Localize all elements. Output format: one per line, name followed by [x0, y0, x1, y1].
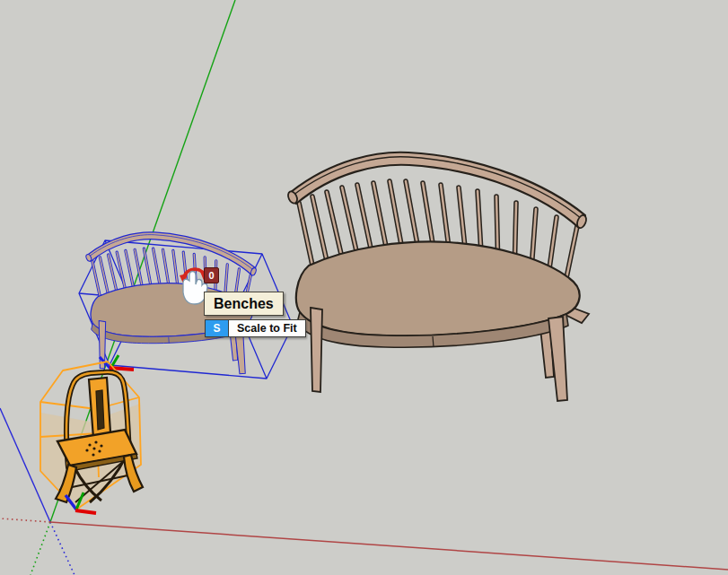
shortcut-key-badge: S	[206, 320, 229, 336]
large-bench[interactable]	[286, 152, 589, 401]
axis-red-dotted	[0, 518, 50, 522]
viewport-3d-canvas[interactable]	[0, 0, 728, 575]
shortcut-action-label: Scale to Fit	[229, 320, 305, 336]
chair[interactable]	[56, 372, 143, 502]
component-name-tooltip: Benches	[204, 292, 284, 316]
rotation-count-badge: 0	[204, 267, 219, 283]
axis-red-solid	[50, 522, 728, 570]
axis-green-dotted	[31, 522, 50, 575]
sketchup-viewport-screenshot: { "viewport": { "background_color": "#CD…	[0, 0, 728, 575]
axis-blue-dotted	[50, 522, 75, 575]
shortcut-hint: S Scale to Fit	[205, 319, 306, 337]
